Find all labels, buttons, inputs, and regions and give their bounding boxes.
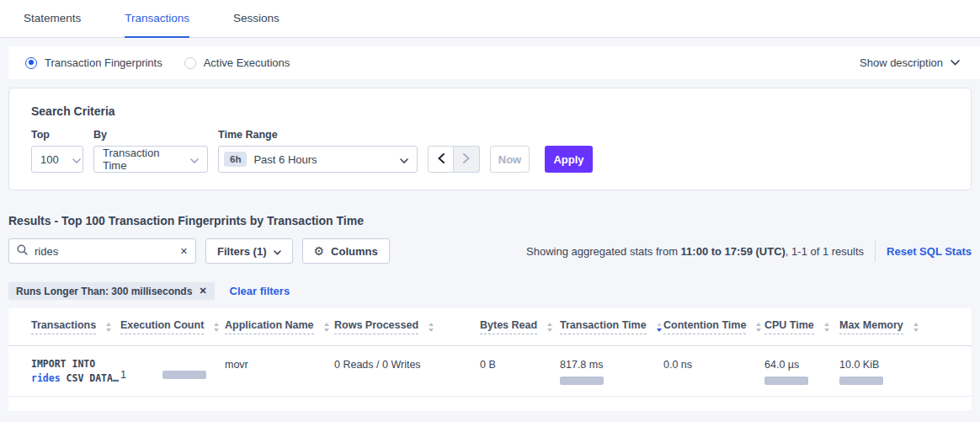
chevron-down-icon bbox=[400, 153, 408, 166]
show-description-toggle[interactable]: Show description bbox=[860, 56, 960, 69]
filter-chip: Runs Longer Than: 300 milliseconds ✕ bbox=[8, 282, 215, 300]
by-value: Transaction Time bbox=[103, 147, 177, 172]
search-input[interactable] bbox=[35, 245, 173, 258]
top-value: 100 bbox=[40, 153, 59, 166]
chevron-right-icon bbox=[463, 153, 470, 166]
page-tabs: Statements Transactions Sessions bbox=[0, 0, 980, 38]
column-header-transactions[interactable]: Transactions bbox=[31, 319, 120, 334]
search-icon bbox=[17, 244, 28, 258]
by-label: By bbox=[93, 129, 208, 141]
radio-active-executions[interactable]: Active Executions bbox=[184, 56, 290, 69]
max-memory-bar bbox=[839, 377, 883, 385]
cpu-time-value: 64.0 µs bbox=[764, 359, 839, 371]
transaction-fingerprint-link[interactable]: IMPORT INTO rides CSV DATA… bbox=[31, 357, 120, 386]
results-heading: Results - Top 100 Transaction Fingerprin… bbox=[8, 214, 972, 227]
rows-processed-cell: 0 Reads / 0 Writes bbox=[334, 357, 480, 386]
max-memory-value: 10.0 KiB bbox=[839, 359, 949, 371]
bytes-read-cell: 0 B bbox=[480, 357, 560, 386]
sort-arrows-icon[interactable] bbox=[913, 323, 919, 332]
sort-arrows-icon[interactable] bbox=[105, 323, 112, 332]
sort-arrows-icon[interactable] bbox=[546, 323, 553, 332]
top-select[interactable]: 100 bbox=[31, 146, 83, 173]
time-range-group: Time Range 6h Past 6 Hours bbox=[218, 129, 418, 173]
filters-button[interactable]: Filters (1) bbox=[205, 238, 293, 264]
sql-line-2: rides CSV DATA… bbox=[31, 371, 120, 386]
search-criteria-card: Search Criteria Top 100 By Transaction T… bbox=[8, 88, 972, 190]
criteria-controls: Top 100 By Transaction Time Time Range bbox=[31, 129, 949, 173]
max-memory-cell: 10.0 KiB bbox=[839, 357, 949, 386]
time-nav-buttons bbox=[428, 146, 480, 173]
chevron-down-icon bbox=[274, 245, 281, 258]
apply-button[interactable]: Apply bbox=[545, 146, 593, 173]
contention-time-cell: 0.0 ns bbox=[663, 357, 764, 386]
execution-count-bar bbox=[162, 371, 206, 379]
active-filters-row: Runs Longer Than: 300 milliseconds ✕ Cle… bbox=[8, 282, 972, 300]
radio-selected-icon[interactable] bbox=[25, 57, 37, 69]
tab-transactions[interactable]: Transactions bbox=[125, 0, 189, 38]
table-header-row: Transactions Execution Count Application… bbox=[8, 308, 972, 346]
sql-line-1: IMPORT INTO bbox=[31, 357, 120, 371]
column-header-rows-processed[interactable]: Rows Processed bbox=[334, 319, 480, 334]
columns-button[interactable]: ⚙ Columns bbox=[302, 238, 390, 264]
radio-label: Active Executions bbox=[204, 56, 290, 69]
columns-label: Columns bbox=[331, 245, 378, 258]
filters-label: Filters (1) bbox=[217, 245, 267, 258]
top-group: Top 100 bbox=[31, 129, 83, 173]
table-row: IMPORT INTO rides CSV DATA… 1 movr 0 Rea… bbox=[8, 346, 972, 397]
top-label: Top bbox=[31, 129, 83, 141]
chevron-left-icon bbox=[438, 153, 445, 166]
divider bbox=[875, 240, 876, 262]
highlighted-term: rides bbox=[31, 372, 61, 384]
gear-icon: ⚙ bbox=[314, 244, 325, 258]
sort-arrows-icon[interactable] bbox=[323, 323, 330, 332]
show-description-label: Show description bbox=[860, 56, 943, 69]
time-range-label: Time Range bbox=[218, 129, 418, 141]
sort-arrows-icon[interactable] bbox=[428, 323, 434, 332]
column-header-application-name[interactable]: Application Name bbox=[225, 319, 334, 334]
chevron-down-icon bbox=[190, 153, 199, 166]
filter-chip-label: Runs Longer Than: 300 milliseconds bbox=[16, 286, 192, 297]
close-icon[interactable]: ✕ bbox=[199, 286, 206, 296]
aggregated-stats-text: Showing aggregated stats from 11:00 to 1… bbox=[526, 245, 864, 258]
chevron-down-icon bbox=[951, 60, 960, 66]
sort-arrows-icon[interactable] bbox=[755, 323, 762, 332]
execution-count-cell: 1 bbox=[120, 364, 225, 386]
stats-time-range: 11:00 to 17:59 (UTC) bbox=[681, 245, 786, 258]
results-table-card: Transactions Execution Count Application… bbox=[8, 308, 972, 411]
close-icon[interactable]: ✕ bbox=[180, 246, 188, 257]
column-header-cpu-time[interactable]: CPU Time bbox=[764, 319, 839, 334]
by-select[interactable]: Transaction Time bbox=[93, 146, 208, 173]
sort-arrows-icon[interactable] bbox=[213, 323, 220, 332]
column-header-contention-time[interactable]: Contention Time bbox=[663, 319, 764, 334]
search-box[interactable]: ✕ bbox=[8, 238, 196, 264]
sort-arrows-icon-active-desc[interactable] bbox=[656, 323, 663, 332]
chevron-down-icon bbox=[72, 153, 81, 166]
view-toggle-band: Transaction Fingerprints Active Executio… bbox=[8, 46, 980, 79]
execution-count-value: 1 bbox=[120, 369, 162, 381]
time-prev-button[interactable] bbox=[428, 146, 454, 173]
column-header-transaction-time[interactable]: Transaction Time bbox=[560, 319, 663, 334]
reset-sql-stats-link[interactable]: Reset SQL Stats bbox=[887, 245, 972, 258]
time-range-select[interactable]: 6h Past 6 Hours bbox=[218, 146, 418, 173]
search-criteria-title: Search Criteria bbox=[31, 104, 949, 118]
tab-sessions[interactable]: Sessions bbox=[233, 0, 280, 38]
clear-filters-link[interactable]: Clear filters bbox=[230, 285, 290, 297]
time-next-button[interactable] bbox=[454, 146, 480, 173]
stats-group: Showing aggregated stats from 11:00 to 1… bbox=[526, 240, 972, 262]
radio-transaction-fingerprints[interactable]: Transaction Fingerprints bbox=[25, 56, 162, 69]
cpu-time-bar bbox=[764, 377, 808, 385]
sort-arrows-icon[interactable] bbox=[823, 323, 830, 332]
now-button[interactable]: Now bbox=[490, 146, 530, 173]
column-header-bytes-read[interactable]: Bytes Read bbox=[480, 319, 560, 334]
by-group: By Transaction Time bbox=[93, 129, 208, 173]
transaction-time-value: 817.8 ms bbox=[560, 359, 663, 371]
radio-unselected-icon[interactable] bbox=[184, 57, 196, 69]
column-header-max-memory[interactable]: Max Memory bbox=[839, 319, 949, 334]
time-range-badge: 6h bbox=[224, 152, 247, 167]
transaction-time-cell: 817.8 ms bbox=[560, 357, 663, 386]
tab-statements[interactable]: Statements bbox=[24, 0, 81, 38]
application-name-cell: movr bbox=[225, 357, 334, 386]
column-header-execution-count[interactable]: Execution Count bbox=[120, 319, 225, 334]
radio-label: Transaction Fingerprints bbox=[45, 56, 162, 69]
time-range-value: Past 6 Hours bbox=[253, 153, 317, 166]
